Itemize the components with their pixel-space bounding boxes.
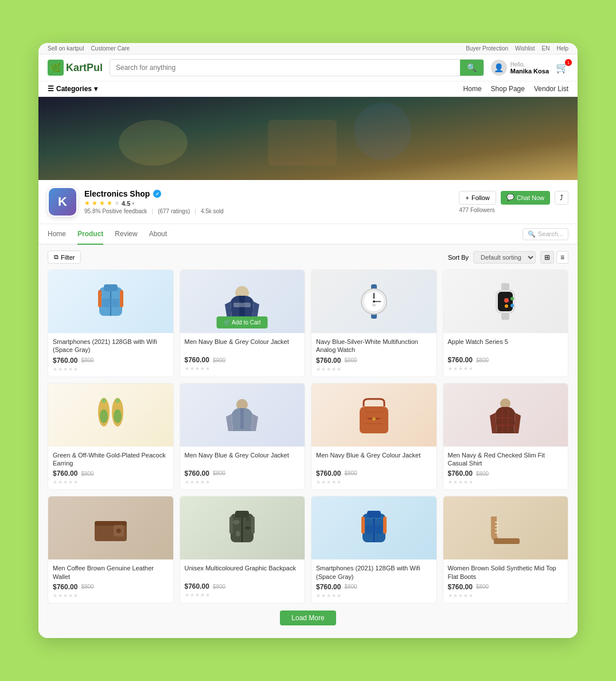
svg-point-56 (245, 526, 251, 530)
product-card-6[interactable]: Men Navy Blue & Grey Colour Jacket $760.… (180, 383, 306, 491)
shop-logo: K (48, 187, 77, 217)
view-buttons: ⊞ ≡ (540, 251, 568, 264)
svg-rect-66 (383, 516, 387, 534)
product-card-4[interactable]: Apple Watch Series 5 $760.00 $800 ★★★★★ (443, 269, 569, 377)
add-to-cart-button-2[interactable]: 🛒 Add to Cart (217, 316, 268, 328)
follow-button[interactable]: + Follow (459, 191, 496, 205)
product-name-8: Men Navy & Red Checked Slim Fit Casual S… (448, 451, 564, 468)
wishlist-link[interactable]: Wishlist (515, 45, 535, 52)
filter-button[interactable]: ⧉ Filter (48, 251, 81, 264)
product-card-11[interactable]: Smartphones (2021) 128GB with Wifi (Spac… (311, 496, 437, 604)
shop-meta: 95.8% Positive feedback | (677 ratings) … (84, 208, 452, 214)
price-current-10: $760.00 (185, 582, 209, 590)
product-card-9[interactable]: Men Coffee Brown Genuine Leather Wallet … (48, 496, 174, 604)
product-info-4: Apple Watch Series 5 $760.00 $800 ★★★★★ (443, 333, 568, 376)
sell-on-kartpul-link[interactable]: Sell on kartpul (48, 45, 84, 52)
sort-select[interactable]: Default sorting (473, 251, 536, 264)
product-info-11: Smartphones (2021) 128GB with Wifi (Spac… (311, 559, 436, 603)
top-bar: Sell on kartpul Customer Care Buyer Prot… (38, 43, 578, 54)
product-name-3: Navy Blue-Silver-White Multifunction Ana… (316, 338, 432, 354)
list-view-button[interactable]: ≡ (556, 251, 568, 264)
svg-rect-64 (365, 525, 383, 534)
svg-rect-23 (501, 313, 509, 320)
product-price-12: $760.00 $800 (448, 583, 564, 591)
pagination: Load More (48, 604, 568, 632)
product-stars-4: ★★★★★ (448, 366, 564, 371)
product-name-10: Unisex Multicoloured Graphic Backpack (185, 564, 301, 580)
cart-button[interactable]: 🛒 1 (556, 61, 568, 74)
svg-point-51 (116, 529, 121, 533)
categories-button[interactable]: ☰ Categories ▾ (48, 85, 98, 93)
product-card-1[interactable]: Smartphones (2021) 128GB with Wifi (Spac… (48, 269, 174, 377)
shop-actions-right: + Follow 💬 Chat Now ⤴ 477 Followers (459, 191, 568, 213)
product-card-8[interactable]: Men Navy & Red Checked Slim Fit Casual S… (443, 383, 569, 491)
chat-button[interactable]: 💬 Chat Now (501, 191, 550, 205)
language-selector[interactable]: EN (542, 45, 550, 52)
product-stars-2: ★★★★★ (185, 366, 301, 371)
product-info-7: Men Navy Blue & Grey Colour Jacket $760.… (311, 447, 436, 490)
shop-name-row: Electronics Shop ✓ (84, 189, 452, 198)
search-button[interactable]: 🔍 (460, 60, 484, 76)
share-icon: ⤴ (560, 194, 563, 202)
browser-window: Sell on kartpul Customer Care Buyer Prot… (38, 43, 578, 638)
product-name-12: Women Brown Solid Synthetic Mid Top Flat… (448, 564, 564, 581)
svg-point-27 (504, 298, 509, 303)
tab-product[interactable]: Product (77, 224, 103, 245)
price-original-3: $800 (344, 357, 357, 363)
logo[interactable]: 🌿 KartPul (48, 60, 103, 76)
chevron-down-icon: ▾ (94, 85, 98, 93)
tab-home[interactable]: Home (48, 224, 66, 245)
product-stars-9: ★★★★★ (53, 593, 169, 598)
product-stars-11: ★★★★★ (316, 593, 432, 598)
shop-stars: ★ ★ ★ ★ ★ 4.5 ▾ (84, 199, 452, 207)
product-card-5[interactable]: Green & Off-White Gold-Plated Peacock Ea… (48, 383, 174, 491)
product-card-7[interactable]: Men Navy Blue & Grey Colour Jacket $760.… (311, 383, 437, 491)
avatar: 👤 (491, 60, 507, 76)
greeting-text: Hello, (510, 61, 549, 68)
product-card-12[interactable]: Women Brown Solid Synthetic Mid Top Flat… (443, 496, 569, 604)
nav-bar: ☰ Categories ▾ Home Shop Page Vendor Lis… (38, 81, 578, 97)
tab-about[interactable]: About (149, 224, 167, 245)
product-image-3: 12 (311, 270, 436, 333)
product-info-2: Men Navy Blue & Grey Colour Jacket $760.… (180, 333, 305, 376)
price-original-12: $800 (476, 584, 489, 590)
share-button[interactable]: ⤴ (555, 191, 568, 205)
nav-home-link[interactable]: Home (463, 85, 482, 93)
product-info-8: Men Navy & Red Checked Slim Fit Casual S… (443, 447, 568, 490)
buyer-protection-link[interactable]: Buyer Protection (466, 45, 508, 52)
search-input[interactable] (110, 60, 460, 75)
chat-icon: 💬 (506, 194, 514, 201)
star-1: ★ (84, 199, 90, 207)
product-card-10[interactable]: Unisex Multicoloured Graphic Backpack $7… (180, 496, 306, 604)
price-current-12: $760.00 (448, 583, 473, 591)
nav-vendorlist-link[interactable]: Vendor List (534, 85, 568, 93)
hamburger-icon: ☰ (48, 85, 54, 93)
customer-care-link[interactable]: Customer Care (91, 45, 130, 52)
star-2: ★ (92, 199, 98, 207)
price-current-8: $760.00 (448, 469, 473, 478)
product-stars-3: ★★★★★ (316, 366, 432, 372)
svg-point-55 (233, 520, 240, 525)
product-card-2[interactable]: 🛒 Add to Cart Men Navy Blue & Grey Colou… (180, 269, 306, 377)
search-icon: 🔍 (528, 230, 536, 238)
action-buttons-row: + Follow 💬 Chat Now ⤴ (459, 191, 568, 205)
product-card-3[interactable]: 12 Navy Blue-Silver-White Multifunction … (311, 269, 437, 377)
svg-rect-53 (235, 511, 249, 518)
categories-label: Categories (56, 85, 92, 93)
product-price-10: $760.00 $800 (185, 582, 301, 590)
svg-rect-7 (102, 299, 119, 307)
positive-feedback: 95.8% Positive feedback (84, 208, 147, 214)
nav-shoppage-link[interactable]: Shop Page (491, 85, 525, 93)
product-stars-6: ★★★★★ (185, 479, 301, 485)
grid-view-button[interactable]: ⊞ (540, 251, 554, 264)
svg-point-35 (114, 409, 122, 423)
svg-point-32 (102, 398, 106, 403)
svg-rect-62 (367, 511, 381, 518)
svg-rect-65 (361, 516, 365, 534)
help-link[interactable]: Help (556, 45, 568, 52)
tab-search-bar[interactable]: 🔍 Search... (523, 228, 568, 240)
search-bar: 🔍 (110, 59, 484, 76)
load-more-button[interactable]: Load More (280, 610, 336, 625)
svg-point-29 (505, 304, 508, 308)
tab-review[interactable]: Review (115, 224, 137, 245)
